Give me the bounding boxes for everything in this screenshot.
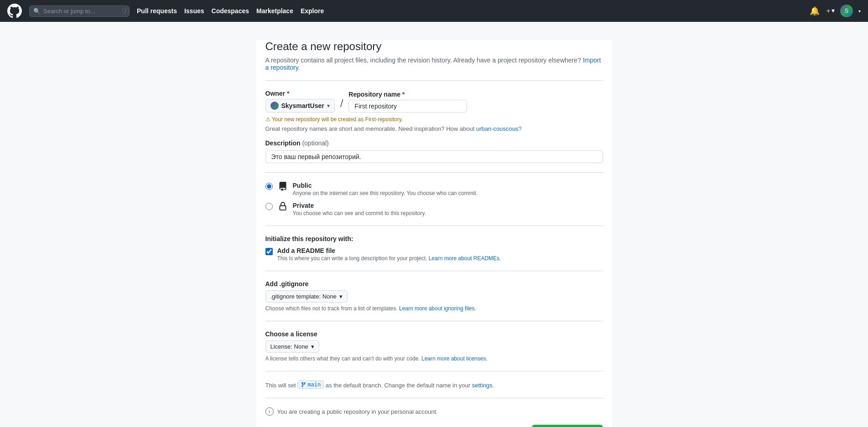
readme-learn-link[interactable]: Learn more about READMEs. — [429, 255, 501, 262]
search-bar[interactable]: 🔍 / — [29, 5, 130, 17]
description-group: Description (optional) — [265, 139, 603, 163]
license-section: Choose a license License: None ▾ A licen… — [265, 330, 603, 362]
license-learn-link[interactable]: Learn more about licenses. — [421, 355, 488, 362]
owner-dropdown[interactable]: SkysmartUser ▾ — [265, 99, 335, 113]
license-title: Choose a license — [265, 330, 603, 338]
github-logo[interactable] — [7, 4, 22, 18]
divider-info — [265, 398, 603, 398]
navbar: 🔍 / Pull requests Issues Codespaces Mark… — [0, 0, 868, 22]
suggestion-text: Great repository names are short and mem… — [265, 125, 603, 132]
public-desc: Anyone on the internet can see this repo… — [293, 190, 603, 196]
gitignore-dropdown[interactable]: .gitignore template: None ▾ — [265, 290, 348, 303]
visibility-public: Public Anyone on the internet can see th… — [265, 182, 603, 196]
license-value: License: None — [270, 343, 308, 350]
nav-links: Pull requests Issues Codespaces Marketpl… — [137, 7, 324, 15]
license-hint: A license tells others what they can and… — [265, 355, 603, 362]
gitignore-hint: Choose which files not to track from a l… — [265, 305, 603, 312]
search-input[interactable] — [43, 8, 120, 15]
divider-init — [265, 226, 603, 226]
info-icon: i — [265, 407, 274, 416]
info-text: You are creating a public repository in … — [277, 408, 438, 415]
settings-link[interactable]: settings. — [472, 382, 494, 389]
owner-label: Owner * — [265, 90, 335, 97]
divider-top — [265, 80, 603, 81]
page-title: Create a new repository — [265, 40, 603, 53]
public-radio[interactable] — [265, 183, 273, 190]
license-dropdown[interactable]: License: None ▾ — [265, 340, 319, 353]
navbar-right: 🔔 ＋▾ S ▾ — [810, 5, 861, 17]
private-desc: You choose who can see and commit to thi… — [293, 210, 603, 216]
divider-branch — [265, 371, 603, 371]
search-icon: 🔍 — [33, 8, 41, 15]
divider-license — [265, 321, 603, 321]
readme-label: Add a README file — [277, 247, 501, 254]
readme-content: Add a README file This is where you can … — [277, 247, 501, 262]
search-shortcut: / — [123, 8, 129, 14]
initialize-title: Initialize this repository with: — [265, 235, 603, 242]
new-menu-icon[interactable]: ＋▾ — [825, 7, 835, 15]
nav-explore[interactable]: Explore — [301, 7, 324, 15]
private-radio[interactable] — [265, 203, 273, 210]
repo-name-label: Repository name * — [348, 91, 467, 98]
readme-row: Add a README file This is where you can … — [265, 247, 603, 262]
license-arrow: ▾ — [311, 343, 314, 350]
divider-visibility — [265, 172, 603, 173]
private-content: Private You choose who can see and commi… — [293, 202, 603, 216]
public-content: Public Anyone on the internet can see th… — [293, 182, 603, 196]
repo-name-warning: Your new repository will be created as F… — [265, 116, 603, 123]
default-branch-text: This will set main as the default branch… — [265, 381, 603, 389]
owner-name: SkysmartUser — [281, 102, 324, 109]
nav-marketplace[interactable]: Marketplace — [256, 7, 293, 15]
branch-badge: main — [297, 381, 324, 389]
gitignore-title: Add .gitignore — [265, 280, 603, 288]
suggestion-link[interactable]: urban-couscous — [476, 125, 519, 132]
owner-repo-row: Owner * SkysmartUser ▾ / Repository name… — [265, 90, 603, 113]
avatar[interactable]: S — [840, 5, 853, 17]
main-content: Create a new repository A repository con… — [256, 40, 612, 427]
repo-name-group: Repository name * — [348, 91, 467, 113]
bottom-actions: Create repository — [265, 425, 603, 427]
divider-gitignore — [265, 271, 603, 271]
page-subtitle: A repository contains all project files,… — [265, 57, 603, 71]
owner-icon — [270, 102, 279, 110]
readme-checkbox[interactable] — [265, 248, 273, 255]
nav-pull-requests[interactable]: Pull requests — [137, 7, 177, 15]
book-icon — [278, 182, 287, 193]
slash-separator: / — [340, 97, 343, 113]
readme-desc: This is where you can write a long descr… — [277, 255, 501, 262]
gitignore-learn-link[interactable]: Learn more about ignoring files. — [399, 305, 476, 312]
nav-issues[interactable]: Issues — [184, 7, 204, 15]
nav-codespaces[interactable]: Codespaces — [212, 7, 249, 15]
notifications-icon[interactable]: 🔔 — [810, 6, 820, 16]
lock-icon — [278, 202, 287, 213]
gitignore-section: Add .gitignore .gitignore template: None… — [265, 280, 603, 312]
owner-group: Owner * SkysmartUser ▾ — [265, 90, 335, 113]
create-repository-button[interactable]: Create repository — [532, 425, 603, 427]
avatar-dropdown[interactable]: ▾ — [858, 9, 861, 14]
description-label: Description (optional) — [265, 139, 603, 147]
visibility-private: Private You choose who can see and commi… — [265, 202, 603, 216]
repo-name-input[interactable] — [348, 100, 467, 113]
private-title: Private — [293, 202, 603, 209]
gitignore-arrow: ▾ — [339, 293, 343, 300]
public-title: Public — [293, 182, 603, 189]
gitignore-value: .gitignore template: None — [270, 293, 337, 300]
owner-dropdown-arrow: ▾ — [327, 103, 330, 109]
description-input[interactable] — [265, 150, 603, 163]
info-box: i You are creating a public repository i… — [265, 407, 603, 416]
visibility-group: Public Anyone on the internet can see th… — [265, 182, 603, 216]
